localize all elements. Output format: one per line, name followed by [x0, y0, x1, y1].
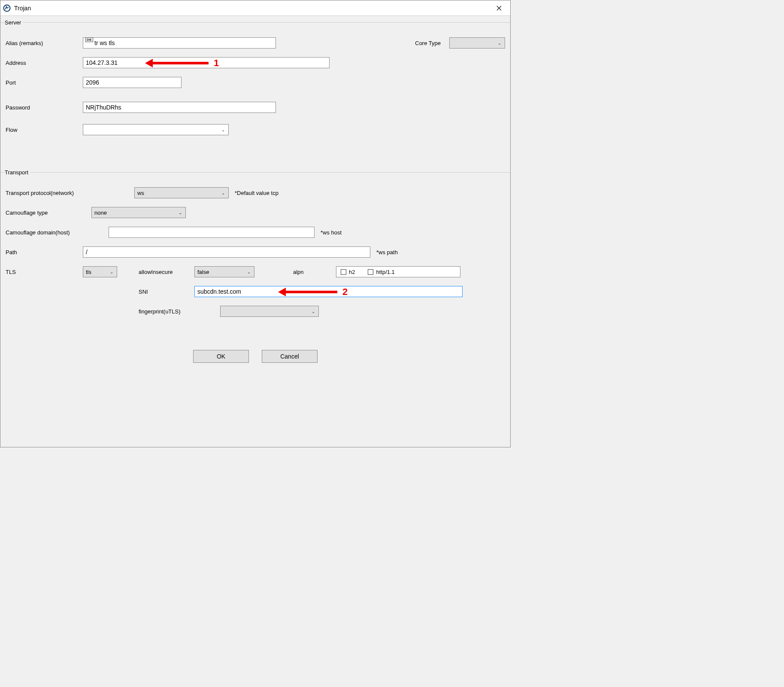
transport-legend: Transport: [5, 169, 30, 176]
close-button[interactable]: [490, 0, 508, 16]
cancel-button[interactable]: Cancel: [262, 350, 318, 363]
transport-group: Transport Transport protocol(network) ws…: [0, 169, 510, 342]
transport-protocol-hint: *Default value tcp: [235, 190, 278, 196]
title-bar: Trojan: [0, 0, 510, 16]
dialog-body: Server Alias (remarks) DE Core Type ⌄ Ad…: [0, 16, 510, 447]
sni-label: SNI: [139, 289, 194, 295]
tls-value: tls: [86, 269, 91, 275]
transport-protocol-value: ws: [137, 190, 144, 196]
chevron-down-icon: ⌄: [179, 210, 182, 215]
alias-flag-badge: DE: [85, 37, 93, 42]
sni-input[interactable]: [194, 286, 463, 297]
transport-protocol-label: Transport protocol(network): [6, 190, 134, 196]
chevron-down-icon: ⌄: [221, 128, 225, 132]
core-type-label: Core Type: [415, 40, 441, 46]
dialog-buttons: OK Cancel: [0, 342, 510, 372]
camouflage-domain-input[interactable]: [109, 227, 315, 238]
tls-select[interactable]: tls ⌄: [83, 266, 117, 277]
server-legend: Server: [5, 19, 23, 26]
close-icon: [496, 6, 502, 11]
dialog-window: Trojan Server Alias (remarks) DE Core Ty…: [0, 0, 511, 447]
alpn-h2-checkbox[interactable]: h2: [341, 269, 355, 275]
checkbox-icon: [368, 269, 373, 275]
path-hint: *ws path: [376, 249, 398, 255]
fingerprint-label: fingerprint(uTLS): [139, 308, 220, 315]
allow-insecure-label: allowInsecure: [139, 269, 194, 275]
camouflage-type-label: Camouflage type: [6, 210, 91, 216]
transport-protocol-select[interactable]: ws ⌄: [134, 187, 229, 198]
chevron-down-icon: ⌄: [221, 191, 225, 195]
camouflage-domain-label: Camouflage domain(host): [6, 229, 109, 236]
allow-insecure-value: false: [197, 269, 209, 275]
path-label: Path: [6, 249, 83, 255]
fingerprint-select[interactable]: ⌄: [220, 306, 319, 317]
alpn-group: h2 http/1.1: [336, 266, 460, 277]
port-label: Port: [6, 79, 83, 86]
chevron-down-icon: ⌄: [110, 270, 113, 274]
flow-label: Flow: [6, 127, 83, 133]
chevron-down-icon: ⌄: [247, 270, 251, 274]
checkbox-icon: [341, 269, 346, 275]
tls-label: TLS: [6, 269, 83, 275]
allow-insecure-select[interactable]: false ⌄: [194, 266, 254, 277]
window-title: Trojan: [14, 5, 31, 12]
path-input[interactable]: [83, 246, 370, 258]
alpn-http11-checkbox[interactable]: http/1.1: [368, 269, 394, 275]
address-input[interactable]: [83, 57, 330, 68]
port-input[interactable]: [83, 77, 182, 88]
ok-button[interactable]: OK: [193, 350, 249, 363]
app-icon: [3, 4, 11, 12]
camouflage-type-value: none: [94, 210, 107, 216]
server-group: Server Alias (remarks) DE Core Type ⌄ Ad…: [0, 19, 510, 161]
flow-select[interactable]: ⌄: [83, 124, 229, 135]
password-input[interactable]: [83, 102, 276, 113]
alpn-label: alpn: [293, 269, 336, 275]
password-label: Password: [6, 104, 83, 111]
chevron-down-icon: ⌄: [498, 41, 501, 46]
camouflage-type-select[interactable]: none ⌄: [91, 207, 186, 218]
core-type-select[interactable]: ⌄: [449, 37, 505, 49]
camouflage-domain-hint: *ws host: [321, 229, 342, 236]
address-label: Address: [6, 60, 83, 66]
alias-label: Alias (remarks): [6, 40, 83, 46]
chevron-down-icon: ⌄: [312, 309, 315, 314]
alias-input[interactable]: [83, 37, 276, 49]
